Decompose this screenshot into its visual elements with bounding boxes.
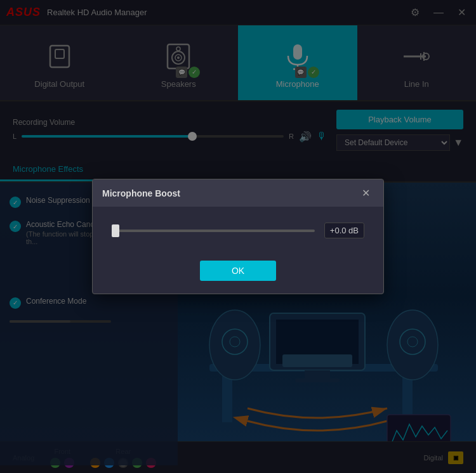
modal-body: +0.0 dB (93, 207, 383, 254)
boost-value: +0.0 dB (324, 223, 364, 238)
modal-header: Microphone Boost ✕ (93, 179, 383, 207)
modal-overlay[interactable]: Microphone Boost ✕ +0.0 dB OK (0, 0, 476, 473)
boost-slider-row: +0.0 dB (112, 223, 364, 238)
microphone-boost-modal: Microphone Boost ✕ +0.0 dB OK (92, 179, 384, 294)
boost-slider-thumb[interactable] (112, 224, 119, 237)
boost-slider[interactable] (112, 230, 315, 232)
modal-footer: OK (93, 254, 383, 294)
ok-button[interactable]: OK (200, 261, 276, 281)
modal-close-button[interactable]: ✕ (358, 186, 374, 200)
modal-title: Microphone Boost (102, 188, 180, 198)
